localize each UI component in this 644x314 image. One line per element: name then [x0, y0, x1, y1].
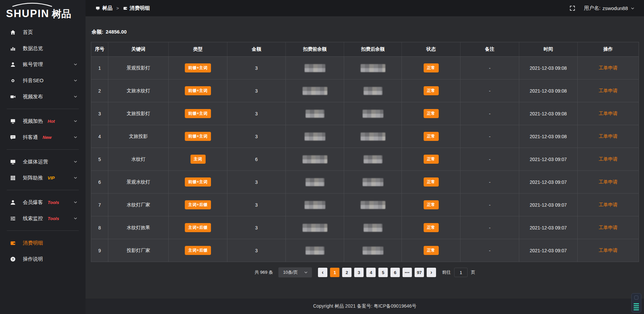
- remark-cell: -: [461, 102, 519, 125]
- time-cell: 2021-12-03 09:08: [519, 125, 578, 148]
- page-size-select[interactable]: 10条/页: [278, 267, 312, 277]
- page-button-5[interactable]: 5: [378, 268, 388, 277]
- amount-cell: 6: [227, 148, 286, 170]
- sidebar-item-label: 消费明细: [23, 240, 43, 246]
- sidebar-item-member-baoke[interactable]: 会员爆客Tools: [0, 194, 86, 210]
- work-order-link[interactable]: 工单申请: [599, 65, 618, 71]
- goto-page-input[interactable]: 1: [454, 268, 468, 277]
- chevron-down-icon: [73, 119, 77, 123]
- sidebar-item-consume-detail[interactable]: 消费明细: [0, 235, 86, 251]
- work-order-link[interactable]: 工单申请: [599, 134, 618, 140]
- work-order-link[interactable]: 工单申请: [599, 179, 618, 185]
- time-cell: 2021-12-03 09:07: [519, 194, 578, 216]
- balance-after-cell: [344, 102, 402, 125]
- keyword-cell: 文旅水纹灯: [108, 80, 169, 102]
- amount-cell: 3: [227, 125, 286, 148]
- sidebar-item-label: 账号管理: [23, 61, 43, 68]
- column-header: 备注: [461, 42, 519, 56]
- index-cell: 3: [91, 102, 108, 125]
- redacted-value: [306, 247, 324, 255]
- prev-page-button[interactable]: ‹: [318, 268, 327, 277]
- action-cell: 工单申请: [578, 148, 639, 170]
- redacted-value: [305, 133, 325, 141]
- chevron-down-icon: [631, 6, 635, 10]
- sidebar-item-badge: New: [43, 135, 52, 140]
- sidebar-item-video-publish[interactable]: 视频发布: [0, 89, 86, 105]
- table-row: 2文旅水纹灯前缀+主词3正常-2021-12-03 09:08工单申请: [91, 79, 639, 102]
- sidebar-item-label: 抖客通: [23, 134, 38, 141]
- breadcrumb-item[interactable]: 树品: [96, 5, 112, 11]
- work-order-link[interactable]: 工单申请: [599, 111, 618, 117]
- column-header: 状态: [402, 42, 461, 56]
- status-cell: 正常: [402, 216, 461, 239]
- monitor-icon: [10, 159, 16, 165]
- work-order-link[interactable]: 工单申请: [599, 225, 618, 231]
- sidebar-item-clue-monitor[interactable]: 线索监控Tools: [0, 210, 86, 226]
- work-order-link[interactable]: 工单申请: [599, 202, 618, 208]
- username-label: 用户名:: [584, 5, 600, 11]
- sidebar-item-media-operation[interactable]: 全媒体运营: [0, 154, 86, 170]
- page-button-1[interactable]: 1: [330, 268, 339, 277]
- action-cell: 工单申请: [578, 239, 639, 262]
- index-cell: 1: [91, 57, 108, 79]
- index-cell: 9: [91, 239, 108, 262]
- time-cell: 2021-12-03 09:08: [519, 80, 578, 102]
- action-cell: 工单申请: [578, 57, 639, 79]
- status-cell: 正常: [402, 239, 461, 262]
- sidebar-item-data-overview[interactable]: 数据总览: [0, 40, 86, 56]
- floating-widget[interactable]: [631, 293, 641, 313]
- index-cell: 6: [91, 171, 108, 193]
- page-button-97[interactable]: 97: [415, 268, 424, 277]
- status-cell: 正常: [402, 125, 461, 148]
- remark-cell: -: [461, 125, 519, 148]
- page-button-4[interactable]: 4: [366, 268, 376, 277]
- page-button-2[interactable]: 2: [342, 268, 352, 277]
- wallet-icon: [123, 6, 127, 10]
- page-button-3[interactable]: 3: [354, 268, 364, 277]
- breadcrumb-item[interactable]: 消费明细: [123, 5, 150, 11]
- remark-cell: -: [461, 239, 519, 262]
- table-header-row: 序号关键词类型金额扣费前余额扣费后余额状态备注时间操作: [91, 42, 639, 56]
- next-page-button[interactable]: ›: [427, 268, 436, 277]
- balance-after-cell: [344, 239, 402, 262]
- work-order-link[interactable]: 工单申请: [599, 88, 618, 94]
- time-cell: 2021-12-03 09:08: [519, 102, 578, 125]
- status-cell: 正常: [402, 194, 461, 216]
- more-pages-button[interactable]: •••: [402, 268, 412, 277]
- work-order-link[interactable]: 工单申请: [599, 248, 618, 254]
- sidebar-item-badge: VIP: [48, 175, 55, 180]
- index-cell: 5: [91, 148, 108, 170]
- table-row: 3文旅投影灯前缀+主词3正常-2021-12-03 09:08工单申请: [91, 102, 639, 125]
- action-cell: 工单申请: [578, 171, 639, 193]
- balance-after-cell: [344, 216, 402, 239]
- column-header: 序号: [91, 42, 108, 56]
- brand-logo[interactable]: SHUPIN 树品: [0, 0, 86, 21]
- balance-after-cell: [344, 194, 402, 216]
- status-cell: 正常: [402, 80, 461, 102]
- type-cell: 前缀+主词: [169, 102, 227, 125]
- topbar: 树品>消费明细 用户名: zswodun88: [86, 0, 644, 17]
- sidebar-item-matrix-boost[interactable]: 矩阵助推VIP: [0, 170, 86, 186]
- sidebar-item-label: 线索监控: [23, 215, 43, 222]
- sidebar-item-video-heat[interactable]: 视频加热Hot: [0, 113, 86, 129]
- type-badge: 主词: [191, 155, 206, 164]
- work-order-link[interactable]: 工单申请: [599, 156, 618, 162]
- chevron-down-icon: [73, 200, 77, 204]
- page-buttons: 123456•••97: [330, 268, 424, 277]
- user-icon: [10, 62, 16, 67]
- user-menu[interactable]: 用户名: zswodun88: [584, 5, 635, 11]
- logo-arc-icon: [11, 2, 53, 7]
- page-button-6[interactable]: 6: [390, 268, 400, 277]
- sidebar-item-label: 视频加热: [23, 118, 43, 124]
- sidebar-item-home[interactable]: 首页: [0, 24, 86, 40]
- fullscreen-icon[interactable]: [570, 5, 575, 11]
- breadcrumb-separator: >: [116, 6, 119, 11]
- sidebar-divider: [7, 109, 79, 109]
- sidebar-item-label: 抖音SEO: [23, 77, 44, 84]
- sidebar-item-account-management[interactable]: 账号管理: [0, 56, 86, 72]
- sidebar-item-douketong[interactable]: 抖客通New: [0, 129, 86, 145]
- sidebar-divider: [7, 230, 79, 231]
- table-body: 1景观投影灯前缀+主词3正常-2021-12-03 09:08工单申请2文旅水纹…: [91, 56, 639, 262]
- sidebar-item-help[interactable]: ?操作说明: [0, 251, 86, 267]
- sidebar-item-douyin-seo[interactable]: 抖音SEO: [0, 72, 86, 89]
